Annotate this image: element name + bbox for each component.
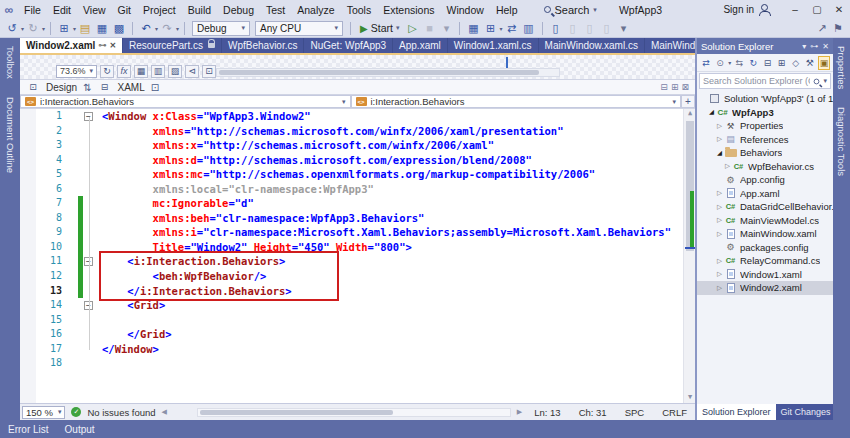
hot-reload-icon[interactable]: ■ — [421, 20, 437, 36]
tree-item-window1-xaml[interactable]: ▷Window1.xaml — [697, 268, 833, 282]
menu-debug[interactable]: Debug — [217, 4, 260, 16]
properties-icon[interactable]: ⚒ — [804, 56, 816, 70]
redo-icon[interactable]: ↷ — [159, 20, 175, 36]
save-all-icon[interactable]: ▩ — [111, 20, 127, 36]
previous-bookmark-icon[interactable]: ▯ — [565, 20, 581, 36]
find-in-files-icon[interactable]: ⇄ — [504, 20, 520, 36]
show-all-files-icon[interactable]: ⊞ — [775, 56, 787, 70]
collapsed-arrow-icon[interactable]: ▷ — [715, 230, 724, 238]
split-vertical-icon[interactable]: ⊞ — [671, 82, 679, 92]
panel-tab-solution-explorer[interactable]: Solution Explorer — [697, 404, 776, 420]
effects-toggle-icon[interactable]: fx — [117, 65, 131, 78]
expanded-arrow-icon[interactable]: ◢ — [715, 149, 724, 157]
editor-vertical-scrollbar[interactable]: ▲ ▼ — [683, 109, 695, 403]
diagnostic-tools-vertical-tab[interactable]: Diagnostic Tools — [836, 103, 847, 180]
tree-item-references[interactable]: ▷▤References — [697, 133, 833, 147]
tree-item-app-config[interactable]: ⚙App.config — [697, 173, 833, 187]
solution-explorer-search[interactable]: Search Solution Explorer (Ctrl+;) ▾ — [699, 73, 831, 89]
tree-item-wpfbehavior-cs[interactable]: ▷C#WpfBehavior.cs — [697, 160, 833, 174]
menu-view[interactable]: View — [77, 4, 112, 16]
bottom-tab-output[interactable]: Output — [57, 420, 103, 438]
collapse-pane-icon[interactable]: ⊠ — [681, 82, 689, 92]
design-zoom-select[interactable]: 73.6%▾ — [56, 65, 97, 78]
save-icon[interactable]: ▦ — [94, 20, 110, 36]
scroll-left-icon[interactable]: ◀ — [162, 408, 167, 416]
pending-changes-filter-icon[interactable]: ⊙ — [714, 56, 726, 70]
bottom-tab-error-list[interactable]: Error List — [0, 420, 57, 438]
toolbar-options-icon[interactable]: ▾ — [616, 20, 632, 36]
next-bookmark-icon[interactable]: ▯ — [582, 20, 598, 36]
zoom-fit-icon[interactable]: ⊲ — [185, 65, 199, 78]
line-indicator[interactable]: Ln: 13 — [528, 407, 566, 418]
collapsed-arrow-icon[interactable]: ▷ — [715, 122, 724, 130]
swap-panes-icon[interactable]: ⇅ — [83, 82, 91, 93]
tab-app-xaml[interactable]: App.xaml — [393, 38, 448, 53]
document-outline-vertical-tab[interactable]: Document Outline — [5, 93, 16, 177]
menu-edit[interactable]: Edit — [47, 4, 77, 16]
tree-item-mainviewmodel-cs[interactable]: ▷C#MainViewModel.cs — [697, 214, 833, 228]
menu-window[interactable]: Window — [441, 4, 490, 16]
open-file-icon[interactable]: ▤ — [77, 20, 93, 36]
nav-back-icon[interactable]: ↺ — [4, 20, 20, 36]
send-feedback-icon[interactable]: ↗ — [814, 20, 830, 36]
health-message[interactable]: No issues found — [87, 407, 155, 418]
preview-selected-items-icon[interactable]: ▣ — [818, 56, 830, 70]
collapsed-arrow-icon[interactable]: ▷ — [723, 162, 732, 170]
tree-item-window2-xaml[interactable]: ▷Window2.xaml — [697, 281, 833, 295]
tree-item-wpfapp3[interactable]: ◢C#WpfApp3 — [697, 106, 833, 120]
toolbox-vertical-tab[interactable]: Toolbox — [5, 42, 16, 83]
eol-indicator[interactable]: CRLF — [656, 407, 693, 418]
editor-horizontal-scrollbar[interactable] — [197, 408, 511, 417]
user-avatar-icon[interactable] — [758, 4, 770, 16]
view-code-icon[interactable]: ◇ — [790, 56, 802, 70]
tree-item-app-xaml[interactable]: ▷App.xaml — [697, 187, 833, 201]
indent-indicator[interactable]: SPC — [619, 407, 651, 418]
tab-resourcepart-cs[interactable]: ResourcePart.cs — [123, 38, 222, 53]
maximize-button[interactable]: ▢ — [806, 0, 828, 19]
start-without-debugging-icon[interactable]: ▷ — [404, 20, 420, 36]
tab-nuget-wpfapp3[interactable]: NuGet: WpfApp3 — [304, 38, 393, 53]
switch-views-icon[interactable]: ⇆ — [733, 56, 745, 70]
collapsed-arrow-icon[interactable]: ▷ — [715, 270, 724, 278]
tree-item-properties[interactable]: ▷⚒Properties — [697, 119, 833, 133]
collapsed-arrow-icon[interactable]: ▷ — [715, 216, 724, 224]
tab-mainwindow-xaml-cs[interactable]: MainWindow.xaml.cs — [539, 38, 645, 53]
menu-git[interactable]: Git — [112, 4, 137, 16]
pin-icon[interactable]: ⊶ — [98, 41, 106, 50]
command-window-icon[interactable]: ▥ — [521, 20, 537, 36]
notifications-icon[interactable]: ⚑ — [830, 20, 846, 36]
new-project-icon[interactable]: ⊞ — [56, 20, 72, 36]
design-view-button[interactable]: Design — [46, 82, 77, 93]
start-debugging-button[interactable]: ▶Start▾ — [356, 22, 403, 34]
menu-help[interactable]: Help — [490, 4, 524, 16]
solution-configurations-dropdown[interactable]: Debug▾ — [192, 21, 250, 36]
editor-zoom-select[interactable]: 150 %▾ — [22, 406, 65, 419]
tree-item-relaycommand-cs[interactable]: ▷C#RelayCommand.cs — [697, 254, 833, 268]
expand-pane-icon[interactable]: ⊡ — [151, 82, 159, 93]
tree-item-mainwindow-xaml[interactable]: ▷MainWindow.xaml — [697, 227, 833, 241]
breakpoint-margin[interactable] — [20, 109, 36, 403]
tab-wpfbehavior-cs[interactable]: WpfBehavior.cs — [222, 38, 304, 53]
collapsed-arrow-icon[interactable]: ▷ — [715, 189, 724, 197]
menu-analyze[interactable]: Analyze — [291, 4, 340, 16]
pin-icon[interactable]: ⊶ — [810, 42, 818, 51]
xaml-view-button[interactable]: XAML — [118, 82, 145, 93]
snaplines-icon[interactable]: ▨ — [168, 65, 182, 78]
properties-vertical-tab[interactable]: Properties — [836, 42, 847, 93]
menu-tools[interactable]: Tools — [341, 4, 378, 16]
tab-window2-xaml[interactable]: Window2.xaml⊶✕ — [20, 38, 123, 53]
collapsed-arrow-icon[interactable]: ▷ — [715, 284, 724, 292]
scroll-up-icon[interactable]: ▲ — [684, 109, 695, 119]
menu-build[interactable]: Build — [182, 4, 217, 16]
show-grid-icon[interactable]: ▦ — [134, 65, 148, 78]
clear-bookmarks-icon[interactable]: ▯ — [599, 20, 615, 36]
live-share-icon[interactable]: ▦ — [465, 20, 481, 36]
design-horizontal-scrollbar[interactable] — [216, 68, 560, 77]
collapsed-arrow-icon[interactable]: ▷ — [715, 257, 724, 265]
tab-window1-xaml-cs[interactable]: Window1.xaml.cs — [448, 38, 539, 53]
close-button[interactable]: ✕ — [828, 0, 850, 19]
solution-platforms-dropdown[interactable]: Any CPU▾ — [255, 21, 343, 36]
solution-explorer-titlebar[interactable]: Solution Explorer ▾ ⊶ ✕ — [697, 38, 833, 54]
menu-extensions[interactable]: Extensions — [377, 4, 440, 16]
close-icon[interactable]: ✕ — [822, 42, 829, 51]
